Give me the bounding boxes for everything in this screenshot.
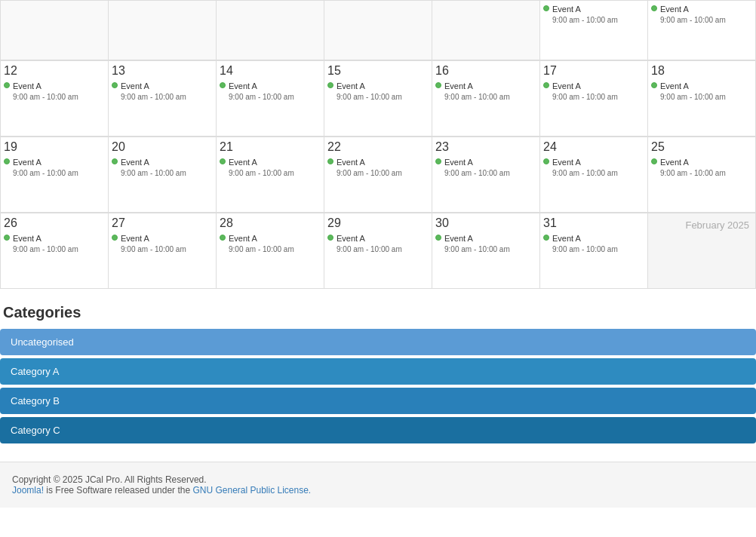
- calendar-cell-29: 29 Event A 9:00 am - 10:00 am: [324, 213, 432, 289]
- day-number: 31: [543, 216, 644, 230]
- day-number: 27: [112, 216, 213, 230]
- event-name[interactable]: Event A: [229, 233, 294, 244]
- day-number: 23: [435, 140, 536, 154]
- event-details: Event A 9:00 am - 10:00 am: [121, 81, 186, 103]
- event-name[interactable]: Event A: [552, 233, 618, 244]
- event-name[interactable]: Event A: [13, 233, 78, 244]
- event-name[interactable]: Event A: [229, 81, 294, 92]
- calendar-cell-top-7: Event A 9:00 am - 10:00 am: [648, 0, 756, 60]
- event-time: 9:00 am - 10:00 am: [229, 244, 294, 255]
- day-number: 13: [112, 64, 213, 78]
- day-number: 15: [327, 64, 429, 78]
- event-item: Event A 9:00 am - 10:00 am: [543, 81, 644, 103]
- category-c-button[interactable]: Category C: [0, 417, 756, 443]
- event-details: Event A 9:00 am - 10:00 am: [552, 233, 618, 255]
- event-details: Event A 9:00 am - 10:00 am: [660, 4, 726, 26]
- day-number: 20: [112, 140, 213, 154]
- calendar-cell-14: 14 Event A 9:00 am - 10:00 am: [217, 61, 324, 137]
- event-name[interactable]: Event A: [660, 81, 726, 92]
- calendar-cell-30: 30 Event A 9:00 am - 10:00 am: [432, 213, 540, 289]
- license-link[interactable]: GNU General Public License.: [192, 485, 311, 496]
- event-item: Event A 9:00 am - 10:00 am: [651, 157, 752, 179]
- calendar-cell-22: 22 Event A 9:00 am - 10:00 am: [324, 137, 432, 213]
- calendar-row-2: 19 Event A 9:00 am - 10:00 am 20 Event A…: [0, 137, 756, 213]
- event-dot: [327, 82, 333, 88]
- calendar-cell-empty-1: [1, 0, 109, 60]
- event-item: Event A 9:00 am - 10:00 am: [543, 4, 644, 26]
- day-number: 16: [435, 64, 536, 78]
- calendar-cell-19: 19 Event A 9:00 am - 10:00 am: [1, 137, 109, 213]
- event-name[interactable]: Event A: [552, 81, 618, 92]
- event-time: 9:00 am - 10:00 am: [121, 168, 186, 179]
- category-uncategorised-button[interactable]: Uncategorised: [0, 329, 756, 355]
- event-time: 9:00 am - 10:00 am: [337, 92, 402, 103]
- calendar-cell-26: 26 Event A 9:00 am - 10:00 am: [1, 213, 109, 289]
- event-name[interactable]: Event A: [337, 81, 402, 92]
- category-a-button[interactable]: Category A: [0, 358, 756, 385]
- event-item: Event A 9:00 am - 10:00 am: [435, 157, 536, 179]
- event-time: 9:00 am - 10:00 am: [552, 244, 618, 255]
- event-name[interactable]: Event A: [660, 4, 726, 15]
- event-name[interactable]: Event A: [121, 233, 186, 244]
- calendar-cell-empty-2: [109, 0, 217, 60]
- event-dot: [651, 82, 657, 88]
- calendar-cell-17: 17 Event A 9:00 am - 10:00 am: [540, 61, 648, 137]
- calendar-cell-18: 18 Event A 9:00 am - 10:00 am: [648, 61, 756, 137]
- event-name[interactable]: Event A: [552, 4, 618, 15]
- event-time: 9:00 am - 10:00 am: [121, 92, 186, 103]
- event-time: 9:00 am - 10:00 am: [229, 168, 294, 179]
- event-name[interactable]: Event A: [552, 157, 618, 168]
- joomla-link[interactable]: Joomla!: [12, 485, 44, 496]
- category-b-button[interactable]: Category B: [0, 388, 756, 414]
- calendar-row-3: 26 Event A 9:00 am - 10:00 am 27 Event A…: [0, 213, 756, 289]
- event-name[interactable]: Event A: [444, 233, 510, 244]
- event-item: Event A 9:00 am - 10:00 am: [112, 81, 213, 103]
- calendar-cell-25: 25 Event A 9:00 am - 10:00 am: [648, 137, 756, 213]
- event-item: Event A 9:00 am - 10:00 am: [4, 81, 105, 103]
- event-dot: [651, 158, 657, 164]
- calendar-cell-other-month: February 2025: [648, 213, 756, 289]
- calendar-cell-15: 15 Event A 9:00 am - 10:00 am: [324, 61, 432, 137]
- calendar-cell-31: 31 Event A 9:00 am - 10:00 am: [540, 213, 648, 289]
- calendar-cell-top-6: Event A 9:00 am - 10:00 am: [540, 0, 648, 60]
- event-name[interactable]: Event A: [660, 157, 726, 168]
- day-number: 12: [4, 64, 105, 78]
- day-number: 30: [435, 216, 536, 230]
- event-time: 9:00 am - 10:00 am: [337, 168, 402, 179]
- event-name[interactable]: Event A: [121, 81, 186, 92]
- event-item: Event A 9:00 am - 10:00 am: [220, 157, 321, 179]
- event-name[interactable]: Event A: [121, 157, 186, 168]
- event-time: 9:00 am - 10:00 am: [552, 15, 618, 26]
- event-name[interactable]: Event A: [337, 233, 402, 244]
- event-dot: [4, 235, 10, 241]
- event-name[interactable]: Event A: [13, 157, 78, 168]
- event-name[interactable]: Event A: [444, 157, 510, 168]
- event-dot: [543, 5, 549, 11]
- page-wrapper: Event A 9:00 am - 10:00 am Event A 9:00 …: [0, 0, 756, 462]
- event-details: Event A 9:00 am - 10:00 am: [229, 157, 294, 179]
- event-item: Event A 9:00 am - 10:00 am: [220, 233, 321, 255]
- event-details: Event A 9:00 am - 10:00 am: [13, 157, 78, 179]
- day-number: 28: [220, 216, 321, 230]
- event-name[interactable]: Event A: [337, 157, 402, 168]
- event-name[interactable]: Event A: [444, 81, 510, 92]
- event-details: Event A 9:00 am - 10:00 am: [229, 233, 294, 255]
- event-details: Event A 9:00 am - 10:00 am: [552, 4, 618, 26]
- event-details: Event A 9:00 am - 10:00 am: [552, 81, 618, 103]
- event-time: 9:00 am - 10:00 am: [444, 168, 510, 179]
- event-item: Event A 9:00 am - 10:00 am: [435, 81, 536, 103]
- other-month-label: February 2025: [651, 216, 752, 234]
- day-number: 22: [327, 140, 429, 154]
- calendar-cell-empty-5: [432, 0, 540, 60]
- calendar-cell-24: 24 Event A 9:00 am - 10:00 am: [540, 137, 648, 213]
- day-number: 19: [4, 140, 105, 154]
- event-item: Event A 9:00 am - 10:00 am: [651, 81, 752, 103]
- event-dot: [4, 158, 10, 164]
- event-details: Event A 9:00 am - 10:00 am: [444, 81, 510, 103]
- day-number: 24: [543, 140, 644, 154]
- day-number: 21: [220, 140, 321, 154]
- event-name[interactable]: Event A: [13, 81, 78, 92]
- event-name[interactable]: Event A: [229, 157, 294, 168]
- event-dot: [651, 5, 657, 11]
- day-number: 18: [651, 64, 752, 78]
